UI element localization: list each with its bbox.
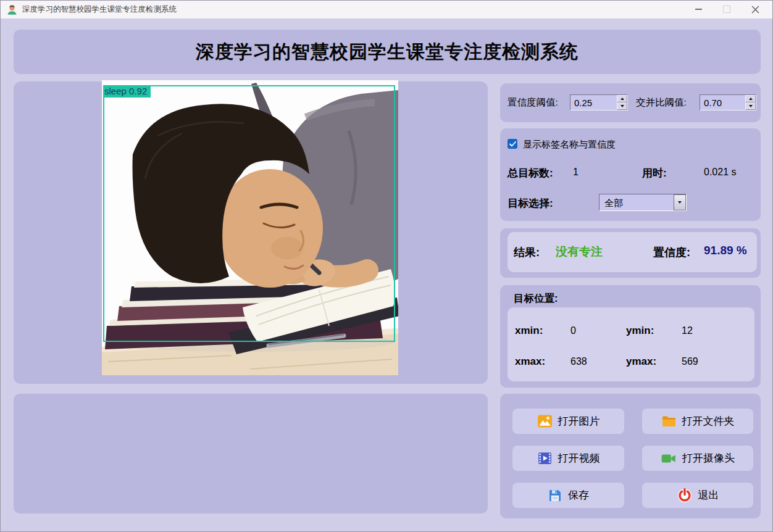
xmin-label: xmin: [515,325,543,337]
close-icon [751,6,759,14]
combo-dropdown-button[interactable] [674,194,686,210]
result-conf-label: 置信度: [653,245,690,260]
target-select-combo[interactable]: 全部 [599,194,687,211]
titlebar: 深度学习的智慧校园学生课堂专注度检测系统 [0,0,773,19]
power-icon [677,488,693,504]
page-title: 深度学习的智慧校园学生课堂专注度检测系统 [196,39,579,65]
target-select-value: 全部 [600,194,674,210]
image-icon [537,414,553,429]
detection-bbox: sleep 0.92 [103,85,395,342]
checkmark-icon [509,141,516,147]
maximize-button[interactable] [712,0,741,19]
xmin-value: 0 [570,325,576,336]
conf-spin-down-button[interactable] [617,102,627,110]
elapsed-time-label: 用时: [642,166,667,180]
close-button[interactable] [741,0,769,19]
open-camera-button[interactable]: 打开摄像头 [642,446,753,471]
show-labels-checkbox[interactable] [508,139,517,149]
detection-photo: sleep 0.92 [102,80,398,375]
iou-threshold-label: 交并比阈值: [636,96,687,109]
open-image-label: 打开图片 [558,414,600,428]
total-targets-label: 总目标数: [508,166,553,180]
detection-label: sleep 0.92 [103,85,151,98]
xmax-value: 638 [570,356,587,367]
conf-threshold-spinbox[interactable]: 0.25 [570,94,628,110]
open-folder-label: 打开文件夹 [682,414,735,428]
save-button[interactable]: 保存 [512,483,624,508]
minimize-icon [695,9,702,10]
total-targets-value: 1 [573,167,579,178]
open-camera-label: 打开摄像头 [682,451,735,465]
maximize-icon [723,6,730,13]
camera-icon [661,451,677,467]
result-label: 结果: [514,245,540,260]
chevron-down-icon [678,201,682,204]
open-video-label: 打开视频 [558,451,600,465]
folder-icon [661,414,677,429]
iou-spin-up-button[interactable] [745,95,756,102]
up-arrow-icon [620,98,624,100]
target-position-title: 目标位置: [514,292,558,305]
iou-threshold-value[interactable]: 0.70 [700,95,745,110]
conf-threshold-value[interactable]: 0.25 [570,95,617,110]
exit-label: 退出 [698,488,719,502]
results-table-panel: 序号 文件路径 目标编号 类别 置信度 坐标位置 1 E:/StudentCla… [14,394,488,513]
save-label: 保存 [568,488,589,502]
open-folder-button[interactable]: 打开文件夹 [642,409,753,434]
ymin-label: ymin: [626,325,654,337]
xmax-label: xmax: [515,355,545,368]
down-arrow-icon [620,105,624,107]
video-icon [537,451,553,466]
result-panel: 结果: 没有专注 置信度: 91.89 % [500,228,761,278]
options-panel: 显示标签名称与置信度 总目标数: 1 用时: 0.021 s 目标选择: 全部 [500,128,761,221]
down-arrow-icon [749,105,753,107]
ymax-label: ymax: [626,355,656,368]
target-select-label: 目标选择: [508,196,553,210]
page-title-banner: 深度学习的智慧校园学生课堂专注度检测系统 [14,30,761,74]
result-value: 没有专注 [556,244,603,260]
conf-spin-up-button[interactable] [617,95,627,102]
show-labels-label[interactable]: 显示标签名称与置信度 [523,139,616,151]
target-position-panel: 目标位置: xmin: 0 ymin: 12 xmax: 638 ymax: 5… [500,285,761,388]
up-arrow-icon [749,98,753,100]
minimize-button[interactable] [684,0,712,19]
threshold-panel: 置信度阈值: 0.25 交并比阈值: 0.70 [500,83,761,122]
conf-threshold-label: 置信度阈值: [508,96,558,109]
iou-threshold-spinbox[interactable]: 0.70 [700,94,756,110]
result-conf-value: 91.89 % [704,244,747,257]
open-image-button[interactable]: 打开图片 [512,409,624,434]
iou-spin-down-button[interactable] [745,102,756,110]
exit-button[interactable]: 退出 [642,483,753,508]
ymin-value: 12 [682,325,693,336]
window-title: 深度学习的智慧校园学生课堂专注度检测系统 [22,4,177,15]
elapsed-time-value: 0.021 s [704,167,736,178]
target-position-card: xmin: 0 ymin: 12 xmax: 638 ymax: 569 [508,307,754,381]
ymax-value: 569 [682,356,698,367]
save-icon [548,488,562,503]
open-video-button[interactable]: 打开视频 [512,446,624,471]
app-icon [7,4,17,15]
